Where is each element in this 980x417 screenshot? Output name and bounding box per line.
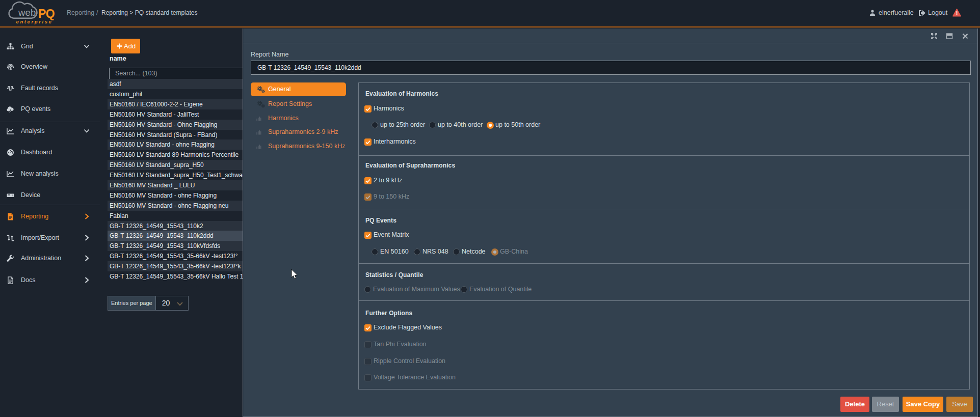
svg-text:enterprise: enterprise xyxy=(16,19,53,24)
svg-text:web: web xyxy=(18,7,36,18)
